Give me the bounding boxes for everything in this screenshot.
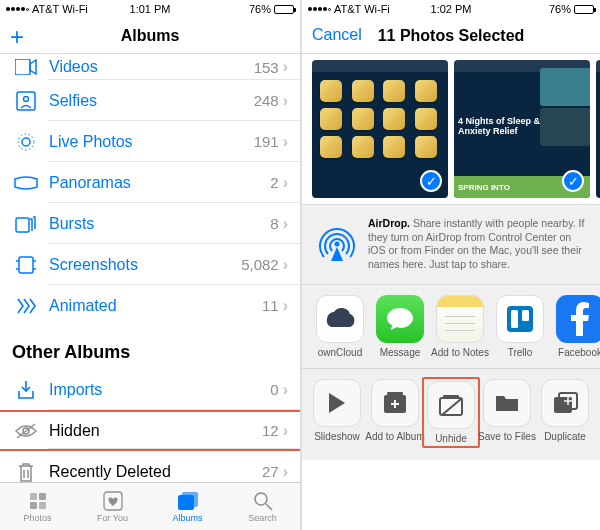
svg-point-3 — [22, 138, 30, 146]
tab-label: Photos — [23, 513, 51, 523]
tab-photos[interactable]: Photos — [0, 483, 75, 530]
hidden-icon — [12, 423, 40, 439]
svg-rect-27 — [554, 397, 572, 413]
battery-icon — [274, 5, 294, 14]
svg-rect-5 — [16, 218, 29, 232]
album-row-screenshots[interactable]: Screenshots 5,082 › — [0, 244, 300, 285]
add-album-icon — [371, 379, 419, 427]
tab-for-you[interactable]: For You — [75, 483, 150, 530]
share-label: Trello — [508, 347, 533, 358]
action-slideshow[interactable]: Slideshow — [308, 379, 366, 446]
svg-point-4 — [18, 134, 34, 150]
album-row-recently-deleted[interactable]: Recently Deleted 27 › — [0, 451, 300, 482]
album-count: 2 — [270, 174, 278, 191]
svg-point-16 — [255, 493, 267, 505]
tab-search[interactable]: Search — [225, 483, 300, 530]
album-row-panoramas[interactable]: Panoramas 2 › — [0, 162, 300, 203]
trello-icon — [496, 295, 544, 343]
album-row-bursts[interactable]: Bursts 8 › — [0, 203, 300, 244]
album-row-selfies[interactable]: Selfies 248 › — [0, 80, 300, 121]
album-row-hidden[interactable]: Hidden 12 › — [0, 410, 300, 451]
share-notes[interactable]: Add to Notes — [430, 295, 490, 358]
videos-icon — [12, 59, 40, 75]
action-label: Duplicate — [544, 431, 586, 442]
album-row-videos[interactable]: Videos 153 › — [0, 54, 300, 80]
action-add-to-album[interactable]: Add to Album — [366, 379, 424, 446]
search-icon — [252, 490, 274, 512]
album-count: 11 — [262, 297, 279, 314]
add-button[interactable]: + — [10, 23, 24, 51]
section-other-albums: Other Albums — [0, 326, 300, 369]
share-label: ownCloud — [318, 347, 362, 358]
svg-rect-9 — [30, 493, 37, 500]
airdrop-row[interactable]: AirDrop. Share instantly with people nea… — [302, 204, 600, 284]
heart-icon — [102, 490, 124, 512]
chevron-right-icon: › — [283, 256, 288, 274]
album-count: 8 — [270, 215, 278, 232]
airdrop-text: AirDrop. Share instantly with people nea… — [368, 217, 586, 272]
album-name: Bursts — [49, 215, 270, 233]
action-label: Save to Files — [478, 431, 536, 442]
album-name: Live Photos — [49, 133, 254, 151]
owncloud-icon — [316, 295, 364, 343]
share-facebook[interactable]: Facebook — [550, 295, 600, 358]
check-badge-icon: ✓ — [562, 170, 584, 192]
svg-rect-10 — [39, 493, 46, 500]
album-count: 191 — [254, 133, 279, 150]
livephotos-icon — [12, 131, 40, 153]
action-label: Unhide — [435, 433, 467, 444]
tab-label: For You — [97, 513, 128, 523]
share-trello[interactable]: Trello — [490, 295, 550, 358]
album-name: Videos — [49, 58, 254, 76]
action-unhide[interactable]: Unhide — [422, 377, 480, 448]
page-title: 11 Photos Selected — [378, 27, 525, 45]
svg-rect-23 — [387, 392, 403, 395]
svg-point-2 — [24, 96, 29, 101]
share-apps-row[interactable]: ownCloud Message Add to Notes Trello Fac… — [302, 284, 600, 368]
action-duplicate[interactable]: Duplicate — [536, 379, 594, 446]
album-name: Animated — [49, 297, 262, 315]
tab-label: Search — [248, 513, 277, 523]
panoramas-icon — [12, 176, 40, 190]
photo-thumb[interactable] — [596, 60, 600, 198]
svg-line-26 — [442, 399, 461, 415]
svg-point-18 — [335, 242, 340, 247]
album-name: Hidden — [49, 422, 262, 440]
chevron-right-icon: › — [283, 422, 288, 440]
albums-list[interactable]: Videos 153 › Selfies 248 › Live Photos 1… — [0, 54, 300, 482]
tab-albums[interactable]: Albums — [150, 483, 225, 530]
album-count: 5,082 — [241, 256, 279, 273]
share-label: Message — [380, 347, 421, 358]
nav-header: Cancel 11 Photos Selected — [302, 18, 600, 54]
share-message[interactable]: Message — [370, 295, 430, 358]
svg-rect-20 — [511, 310, 518, 328]
album-row-imports[interactable]: Imports 0 › — [0, 369, 300, 410]
svg-rect-19 — [507, 306, 533, 332]
chevron-right-icon: › — [283, 297, 288, 315]
album-row-livephotos[interactable]: Live Photos 191 › — [0, 121, 300, 162]
duplicate-icon — [541, 379, 589, 427]
share-owncloud[interactable]: ownCloud — [310, 295, 370, 358]
album-count: 153 — [254, 59, 279, 76]
chevron-right-icon: › — [283, 215, 288, 233]
svg-rect-25 — [443, 395, 459, 398]
airdrop-icon — [316, 223, 358, 265]
photo-thumb[interactable]: ✓ — [312, 60, 448, 198]
cancel-button[interactable]: Cancel — [312, 26, 362, 44]
screen-share-sheet: AT&T Wi-Fi 1:02 PM 76% Cancel 11 Photos … — [300, 0, 600, 530]
deleted-icon — [12, 462, 40, 482]
unhide-icon — [427, 381, 475, 429]
chevron-right-icon: › — [283, 174, 288, 192]
album-name: Selfies — [49, 92, 254, 110]
page-title: Albums — [121, 27, 180, 45]
album-row-animated[interactable]: Animated 11 › — [0, 285, 300, 326]
svg-rect-21 — [522, 310, 529, 321]
photo-thumb[interactable]: 4 Nights of Sleep &Anxiety Relief SPRING… — [454, 60, 590, 198]
screenshots-icon — [12, 256, 40, 274]
action-save-to-files[interactable]: Save to Files — [478, 379, 536, 446]
chevron-right-icon: › — [283, 133, 288, 151]
selected-photos-strip[interactable]: ✓ 4 Nights of Sleep &Anxiety Relief SPRI… — [302, 54, 600, 204]
albums-icon — [176, 490, 200, 512]
share-actions-row[interactable]: Slideshow Add to Album Unhide Save to Fi… — [302, 368, 600, 460]
nav-header: + Albums — [0, 18, 300, 54]
